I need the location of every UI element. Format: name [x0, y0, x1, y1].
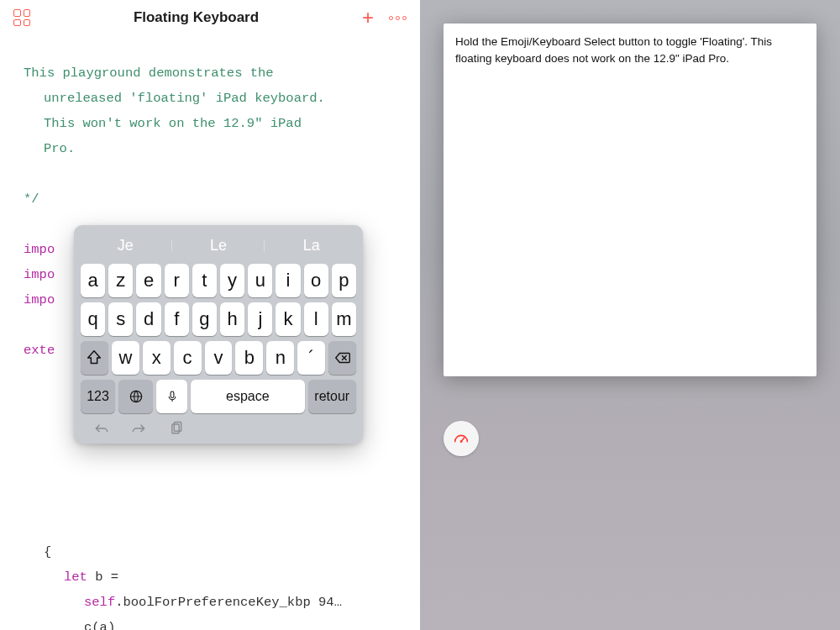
key-v[interactable]: v: [205, 341, 233, 375]
key-u[interactable]: u: [248, 264, 272, 297]
code-keyword: impo: [24, 242, 55, 257]
floating-keyboard[interactable]: Je Le La a z e r t y u i o p q: [74, 225, 363, 444]
key-d[interactable]: d: [136, 302, 160, 336]
code-comment: unreleased 'floating' iPad keyboard.: [24, 86, 396, 111]
code-comment: */: [24, 192, 39, 207]
key-m[interactable]: m: [332, 302, 356, 336]
svg-rect-2: [172, 424, 179, 433]
key-b[interactable]: b: [235, 341, 263, 375]
code-keyword: impo: [24, 292, 55, 307]
suggestion[interactable]: Le: [172, 237, 265, 255]
live-view-text: Hold the Emoji/Keyboard Select button to…: [455, 34, 805, 68]
shift-key[interactable]: [81, 341, 108, 375]
undo-icon[interactable]: [92, 420, 111, 437]
code-line: let b =: [24, 564, 396, 590]
key-q[interactable]: q: [81, 302, 105, 336]
key-c[interactable]: c: [174, 341, 202, 375]
key-row: q s d f g h j k l m: [81, 302, 356, 336]
svg-rect-3: [174, 423, 181, 432]
code-keyword: exte: [24, 343, 55, 358]
key-x[interactable]: x: [143, 341, 171, 375]
key-f[interactable]: f: [165, 302, 189, 336]
globe-icon: [128, 388, 144, 405]
page-title: Floating Keyboard: [134, 9, 259, 26]
code-line: {: [24, 539, 396, 564]
key-p[interactable]: p: [332, 264, 356, 297]
return-key[interactable]: retour: [308, 380, 356, 413]
code-line: self.boolForPreferenceKey_kbp 94…: [24, 590, 396, 615]
more-icon[interactable]: [389, 16, 407, 20]
toolbar: Floating Keyboard +: [0, 0, 420, 35]
add-icon[interactable]: +: [362, 9, 374, 26]
key-row: 123 espace retour: [81, 380, 356, 413]
backspace-icon: [333, 349, 352, 367]
code-line: c(a): [24, 615, 396, 630]
gauge-icon: [452, 429, 470, 448]
suggestion[interactable]: Je: [79, 237, 172, 255]
space-key[interactable]: espace: [191, 380, 304, 413]
code-keyword: impo: [24, 267, 55, 282]
code-comment: This won't work on the 12.9" iPad: [24, 111, 396, 136]
preview-pane: Hold the Emoji/Keyboard Select button to…: [420, 0, 840, 630]
key-w[interactable]: w: [112, 341, 139, 375]
globe-key[interactable]: [118, 380, 153, 413]
clipboard-icon[interactable]: [166, 420, 185, 437]
shift-icon: [85, 349, 103, 367]
svg-rect-1: [171, 391, 174, 398]
live-view[interactable]: Hold the Emoji/Keyboard Select button to…: [444, 24, 816, 376]
redo-icon[interactable]: [129, 420, 148, 437]
editor-pane: Floating Keyboard + This playground demo…: [0, 0, 420, 630]
key-e[interactable]: e: [136, 264, 160, 297]
key-i[interactable]: i: [276, 264, 300, 297]
code-comment: This playground demonstrates the: [24, 66, 274, 81]
key-a[interactable]: a: [81, 264, 105, 297]
backspace-key[interactable]: [328, 341, 356, 375]
mic-icon: [165, 389, 180, 404]
key-k[interactable]: k: [276, 302, 300, 336]
key-t[interactable]: t: [192, 264, 217, 297]
code-comment: Pro.: [24, 136, 396, 161]
key-z[interactable]: z: [108, 264, 133, 297]
key-s[interactable]: s: [108, 302, 133, 336]
svg-line-5: [461, 438, 465, 442]
library-icon[interactable]: [13, 9, 30, 26]
key-r[interactable]: r: [165, 264, 189, 297]
keyboard-footer: [79, 413, 358, 440]
performance-button[interactable]: [444, 421, 479, 456]
key-g[interactable]: g: [192, 302, 217, 336]
dictation-key[interactable]: [156, 380, 187, 413]
key-o[interactable]: o: [304, 264, 328, 297]
key-y[interactable]: y: [220, 264, 244, 297]
key-h[interactable]: h: [220, 302, 244, 336]
key-accent[interactable]: ´: [297, 341, 325, 375]
key-j[interactable]: j: [248, 302, 272, 336]
key-row: w x c v b n ´: [81, 341, 356, 375]
suggestion-bar: Je Le La: [79, 230, 358, 260]
key-row: a z e r t y u i o p: [81, 264, 356, 297]
suggestion[interactable]: La: [265, 237, 358, 255]
key-l[interactable]: l: [304, 302, 328, 336]
key-n[interactable]: n: [266, 341, 294, 375]
numeric-key[interactable]: 123: [81, 380, 115, 413]
